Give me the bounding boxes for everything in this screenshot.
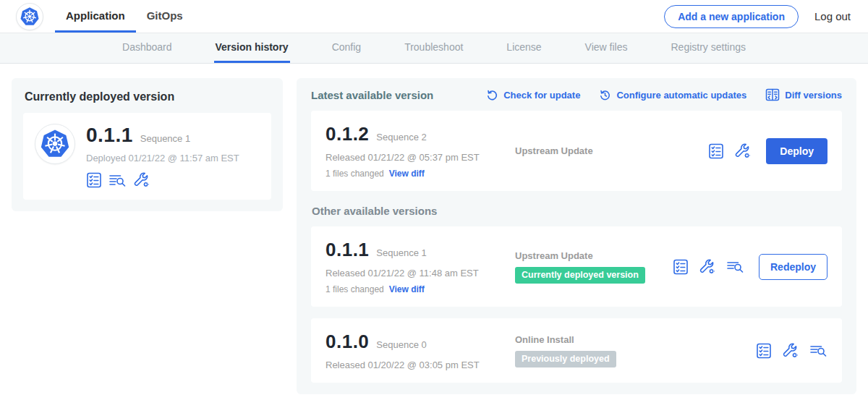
version-number: 0.1.0: [326, 331, 369, 353]
check-for-update-label: Check for update: [503, 90, 580, 101]
version-source-label: Online Install: [515, 334, 756, 345]
refresh-icon: [486, 89, 498, 101]
diff-versions-label: Diff versions: [785, 90, 842, 101]
version-source-label: Upstream Update: [515, 145, 708, 156]
deployed-version-card: 0.1.1 Sequence 1 Deployed 01/21/22 @ 11:…: [23, 113, 271, 200]
edit-config-icon[interactable]: [699, 258, 716, 276]
currently-deployed-badge: Currently deployed version: [515, 267, 645, 284]
deploy-button[interactable]: Deploy: [766, 138, 827, 164]
files-changed-label: 1 files changed: [326, 284, 384, 294]
sequence-label: Sequence 0: [376, 339, 426, 350]
diff-icon: [765, 88, 780, 101]
preflight-checks-icon[interactable]: [86, 172, 102, 188]
released-timestamp: Released 01/20/22 @ 03:05 pm EST: [326, 360, 515, 370]
kubernetes-logo-icon: [19, 6, 41, 27]
subnav-tab-license[interactable]: License: [505, 33, 542, 63]
edit-config-icon[interactable]: [782, 342, 799, 360]
available-versions-panel: Latest available version Check for updat…: [297, 78, 856, 394]
version-number: 0.1.1: [326, 239, 369, 261]
deployed-version-number: 0.1.1: [86, 124, 133, 147]
deployed-panel-title: Currently deployed version: [25, 90, 271, 103]
view-logs-icon[interactable]: [109, 172, 127, 188]
subnav-tab-view-files[interactable]: View files: [584, 33, 629, 63]
sequence-label: Sequence 1: [376, 247, 426, 258]
currently-deployed-panel: Currently deployed version: [12, 78, 283, 211]
files-changed-label: 1 files changed: [326, 169, 384, 179]
scheduled-update-icon: [599, 89, 611, 101]
deployed-timestamp: Deployed 01/21/22 @ 11:57 am EST: [86, 153, 239, 163]
redeploy-button[interactable]: Redeploy: [759, 254, 827, 280]
latest-available-title: Latest available version: [311, 89, 433, 101]
configure-automatic-updates-link[interactable]: Configure automatic updates: [599, 89, 746, 101]
version-card-0-1-1: 0.1.1 Sequence 1 Released 01/21/22 @ 11:…: [311, 226, 842, 307]
view-logs-icon[interactable]: [809, 343, 827, 359]
add-application-button[interactable]: Add a new application: [664, 5, 799, 28]
subnav-tab-version-history[interactable]: Version history: [214, 33, 290, 63]
preflight-checks-icon[interactable]: [756, 343, 772, 359]
deployed-sequence-label: Sequence 1: [140, 133, 190, 144]
sub-nav: Dashboard Version history Config Trouble…: [0, 33, 868, 64]
kubernetes-logo: [16, 3, 43, 30]
released-timestamp: Released 01/21/22 @ 11:48 am EST: [326, 268, 515, 279]
logout-button[interactable]: Log out: [814, 10, 851, 22]
configure-automatic-updates-label: Configure automatic updates: [616, 90, 746, 101]
version-card-0-1-0: 0.1.0 Sequence 0 Released 01/20/22 @ 03:…: [311, 318, 842, 383]
other-available-versions-title: Other available versions: [312, 205, 842, 217]
version-number: 0.1.2: [326, 123, 369, 145]
edit-config-icon[interactable]: [734, 143, 752, 160]
preflight-checks-icon[interactable]: [708, 143, 724, 159]
app-logo: [35, 124, 75, 164]
subnav-tab-troubleshoot[interactable]: Troubleshoot: [403, 33, 464, 63]
subnav-tab-config[interactable]: Config: [331, 33, 362, 63]
version-card-0-1-2: 0.1.2 Sequence 2 Released 01/21/22 @ 05:…: [311, 111, 842, 191]
released-timestamp: Released 01/21/22 @ 05:37 pm EST: [326, 152, 515, 163]
edit-config-icon[interactable]: [133, 171, 150, 189]
kubernetes-app-icon: [38, 127, 72, 161]
subnav-tab-registry-settings[interactable]: Registry settings: [670, 33, 747, 63]
view-logs-icon[interactable]: [726, 259, 744, 275]
previously-deployed-badge: Previously deployed: [515, 351, 616, 367]
diff-versions-link[interactable]: Diff versions: [765, 88, 842, 101]
sequence-label: Sequence 2: [376, 132, 426, 143]
version-source-label: Upstream Update: [515, 250, 673, 261]
top-nav: Application GitOps Add a new application…: [0, 0, 868, 33]
preflight-checks-icon[interactable]: [673, 259, 689, 275]
tab-gitops[interactable]: GitOps: [136, 0, 194, 33]
tab-application[interactable]: Application: [55, 0, 136, 33]
view-diff-link[interactable]: View diff: [389, 284, 425, 294]
subnav-tab-dashboard[interactable]: Dashboard: [121, 33, 174, 63]
check-for-update-link[interactable]: Check for update: [486, 89, 580, 101]
view-diff-link[interactable]: View diff: [389, 169, 425, 179]
